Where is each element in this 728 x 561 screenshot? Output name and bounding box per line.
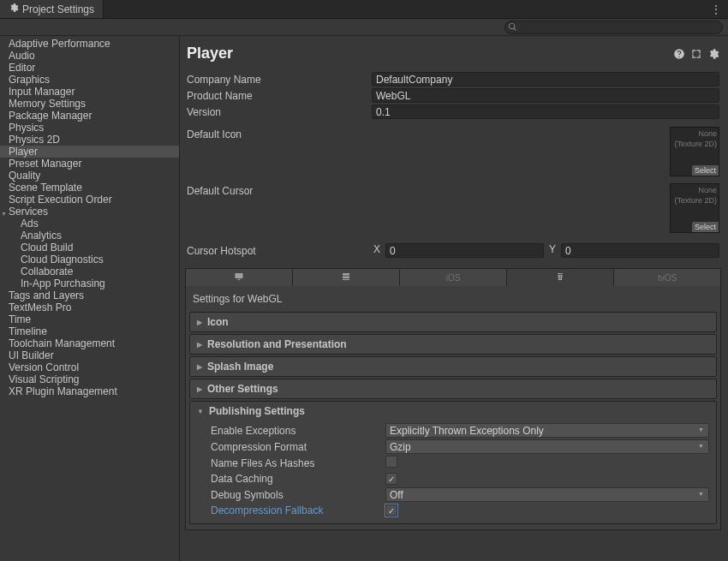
sidebar-item-preset-manager[interactable]: Preset Manager [0, 158, 179, 170]
default-cursor-box[interactable]: None (Texture 2D) Select [670, 183, 719, 233]
texture-type-label: (Texture 2D) [674, 194, 719, 205]
hotspot-x-input[interactable] [385, 243, 544, 258]
select-button[interactable]: Select [692, 222, 719, 232]
name-files-label: Name Files As Hashes [211, 457, 385, 469]
sidebar-item-in-app-purchasing[interactable]: In-App Purchasing [0, 278, 179, 289]
platform-tab-ios[interactable]: iOS [400, 269, 507, 286]
window-tab[interactable]: Project Settings [0, 0, 104, 18]
product-name-label: Product Name [187, 90, 372, 102]
company-name-label: Company Name [187, 74, 372, 86]
foldout-splash[interactable]: ▶Splash Image [189, 356, 717, 377]
sidebar-item-ui-builder[interactable]: UI Builder [0, 349, 179, 361]
compression-format-select[interactable]: Gzip [385, 439, 709, 454]
version-label: Version [187, 106, 372, 118]
webgl-icon [555, 272, 565, 284]
sidebar-item-version-control[interactable]: Version Control [0, 361, 179, 373]
default-cursor-label: Default Cursor [187, 183, 372, 197]
search-row [0, 19, 728, 36]
compression-format-label: Compression Format [211, 441, 385, 453]
page-title: Player [187, 45, 233, 63]
titlebar: Project Settings ⋮ [0, 0, 728, 19]
monitor-icon [234, 272, 244, 284]
content-panel: Player Company Name Product Name Version… [180, 36, 728, 561]
name-files-checkbox[interactable] [385, 456, 397, 468]
chevron-right-icon: ▶ [197, 319, 202, 326]
version-input[interactable] [372, 104, 719, 119]
platform-tab-webgl[interactable] [507, 269, 614, 286]
chevron-right-icon: ▶ [197, 363, 202, 371]
sidebar-item-textmesh-pro[interactable]: TextMesh Pro [0, 301, 179, 313]
default-icon-box[interactable]: None (Texture 2D) Select [670, 127, 719, 176]
sidebar-item-toolchain-management[interactable]: Toolchain Management [0, 337, 179, 349]
sidebar-item-editor[interactable]: Editor [0, 62, 179, 74]
data-caching-label: Data Caching [211, 473, 385, 485]
sidebar-item-adaptive-performance[interactable]: Adaptive Performance [0, 38, 179, 50]
select-button[interactable]: Select [692, 165, 719, 176]
platform-tab-dedicated[interactable] [293, 269, 400, 286]
sidebar-item-xr-plugin-management[interactable]: XR Plugin Management [0, 385, 179, 397]
gear-icon [9, 3, 19, 15]
sidebar-item-cloud-diagnostics[interactable]: Cloud Diagnostics [0, 254, 179, 266]
sidebar-item-physics-2d[interactable]: Physics 2D [0, 134, 179, 146]
sidebar-item-tags-and-layers[interactable]: Tags and Layers [0, 289, 179, 301]
preset-icon[interactable] [690, 48, 702, 60]
server-icon [341, 272, 351, 284]
debug-symbols-select[interactable]: Off [385, 487, 709, 502]
data-caching-checkbox[interactable] [385, 473, 397, 485]
company-name-input[interactable] [372, 72, 719, 87]
texture-none-label: None [698, 184, 719, 194]
sidebar-item-graphics[interactable]: Graphics [0, 74, 179, 86]
chevron-right-icon: ▶ [197, 341, 202, 349]
sidebar-item-input-manager[interactable]: Input Manager [0, 86, 179, 98]
sidebar-item-timeline[interactable]: Timeline [0, 325, 179, 337]
sidebar-item-time[interactable]: Time [0, 313, 179, 325]
foldout-resolution[interactable]: ▶Resolution and Presentation [189, 334, 717, 355]
foldout-publishing[interactable]: ▼Publishing Settings [190, 402, 716, 421]
sidebar-item-memory-settings[interactable]: Memory Settings [0, 98, 179, 110]
sidebar-item-package-manager[interactable]: Package Manager [0, 110, 179, 122]
hotspot-y-input[interactable] [561, 243, 719, 258]
search-input[interactable] [504, 21, 723, 34]
enable-exceptions-select[interactable]: Explicitly Thrown Exceptions Only [385, 423, 709, 438]
platform-tab-standalone[interactable] [186, 269, 293, 286]
platform-tab-tvos[interactable]: tvOS [614, 269, 720, 286]
platform-tabs: iOS tvOS [185, 268, 721, 286]
gear-icon[interactable] [707, 48, 719, 60]
sidebar-item-cloud-build[interactable]: Cloud Build [0, 242, 179, 254]
sidebar-item-quality[interactable]: Quality [0, 170, 179, 182]
help-icon[interactable] [673, 48, 685, 60]
x-axis-label: X [372, 243, 382, 258]
sidebar-item-analytics[interactable]: Analytics [0, 230, 179, 242]
enable-exceptions-label: Enable Exceptions [211, 425, 385, 437]
texture-type-label: (Texture 2D) [674, 138, 719, 148]
sidebar-item-script-execution-order[interactable]: Script Execution Order [0, 194, 179, 206]
sidebar-item-ads[interactable]: Ads [0, 218, 179, 230]
sidebar-item-player[interactable]: Player [0, 146, 179, 158]
sidebar-item-physics[interactable]: Physics [0, 122, 179, 134]
texture-none-label: None [698, 128, 719, 138]
decompression-fallback-label: Decompression Fallback [211, 504, 385, 516]
default-icon-label: Default Icon [187, 127, 372, 140]
foldout-icon[interactable]: ▶Icon [189, 312, 717, 332]
search-box [504, 21, 723, 34]
debug-symbols-label: Debug Symbols [211, 489, 385, 501]
sidebar-item-services[interactable]: Services [0, 206, 179, 218]
chevron-right-icon: ▶ [197, 385, 202, 393]
sidebar: Adaptive Performance Audio Editor Graphi… [0, 36, 180, 561]
settings-for-platform-label: Settings for WebGL [189, 291, 717, 310]
decompression-fallback-checkbox[interactable] [385, 504, 397, 516]
sidebar-item-collaborate[interactable]: Collaborate [0, 266, 179, 278]
foldout-other[interactable]: ▶Other Settings [189, 379, 717, 399]
sidebar-item-audio[interactable]: Audio [0, 50, 179, 62]
y-axis-label: Y [547, 243, 558, 258]
window-menu-button[interactable]: ⋮ [704, 3, 728, 15]
sidebar-item-scene-template[interactable]: Scene Template [0, 182, 179, 194]
window-title: Project Settings [22, 3, 94, 15]
product-name-input[interactable] [372, 88, 719, 103]
sidebar-item-visual-scripting[interactable]: Visual Scripting [0, 373, 179, 385]
chevron-down-icon: ▼ [197, 408, 204, 415]
cursor-hotspot-label: Cursor Hotspot [187, 245, 372, 257]
